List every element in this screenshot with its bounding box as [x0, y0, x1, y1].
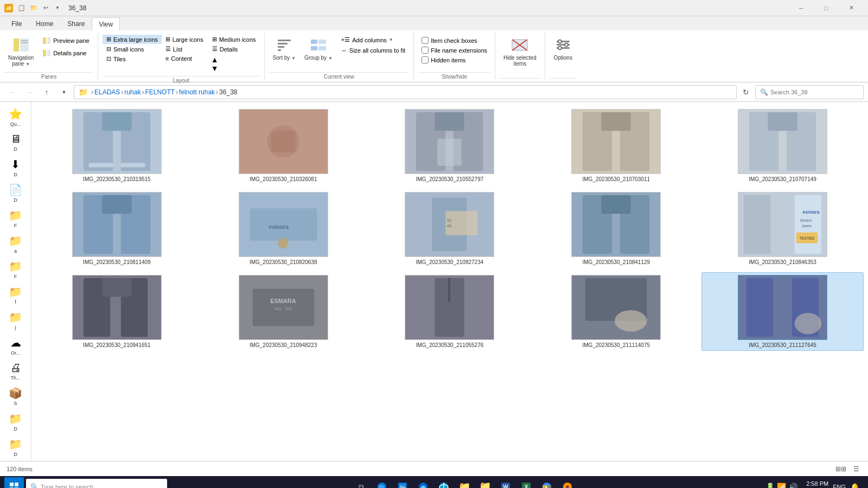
file-item-13[interactable]: IMG_20230530_211055276 — [369, 272, 531, 351]
layout-dropdown[interactable]: ▲▼ — [208, 54, 260, 74]
hidden-items-toggle[interactable]: Hidden items — [418, 55, 469, 65]
address-path[interactable]: 📁 › ELADAS › ruhak › FELNOTT › felnott r… — [74, 85, 737, 99]
content-button[interactable]: ≡ Content — [162, 54, 207, 63]
qat-new-folder[interactable]: 📁 — [28, 3, 39, 14]
minimize-button[interactable]: ─ — [789, 0, 814, 16]
tab-file[interactable]: File — [4, 17, 29, 30]
thumb-img-13 — [405, 275, 494, 339]
file-name-extensions-input[interactable] — [422, 47, 429, 54]
group-by-button[interactable]: Group by ▼ — [301, 34, 336, 63]
sidebar-item-a[interactable]: 📁 a — [2, 232, 29, 256]
taskbar-folder-icon[interactable]: 📁 — [455, 477, 474, 488]
taskbar-search[interactable]: 🔍 Type here to search — [26, 479, 167, 488]
file-item-5[interactable]: IMG_20230530_210707149 — [701, 106, 864, 185]
file-item-14[interactable]: IMG_20230530_211114075 — [535, 272, 697, 351]
taskbar-explorer-active[interactable]: 📁 — [475, 477, 495, 488]
file-item-15[interactable]: IMG_20230530_211127645 — [701, 272, 864, 351]
qat-undo[interactable]: ↩ — [40, 3, 51, 14]
sidebar-item-f3[interactable]: 📁 f — [2, 282, 29, 307]
item-checkboxes-input[interactable] — [422, 37, 429, 44]
taskbar-ie-icon[interactable] — [434, 477, 454, 488]
path-eladas[interactable]: ELADAS — [94, 88, 120, 96]
file-item-2[interactable]: IMG_20230530_210326081 — [202, 106, 365, 185]
tab-view[interactable]: View — [92, 17, 120, 31]
taskbar-outlook-icon[interactable]: Ou — [393, 477, 412, 488]
forward-button[interactable]: → — [22, 85, 37, 100]
path-felnott-ruhak[interactable]: felnott ruhak — [179, 88, 215, 96]
path-ruhak[interactable]: ruhak — [124, 88, 141, 96]
sidebar-item-d5[interactable]: 📁 D — [2, 435, 29, 460]
large-icons-button[interactable]: ⊞ Large icons — [162, 35, 207, 44]
sidebar-item-d6[interactable]: ⬇ D — [2, 460, 29, 461]
large-icons-view-toggle[interactable]: ⊞⊞ — [835, 464, 846, 474]
sidebar-item-j[interactable]: 📁 j — [2, 308, 29, 333]
navigation-pane-button[interactable]: Navigationpane ▼ — [4, 34, 37, 69]
tiles-button[interactable]: ⊡ Tiles — [103, 54, 162, 63]
sidebar-item-onedrive[interactable]: ☁ Or... — [2, 333, 29, 358]
details-button[interactable]: ☰ Details — [208, 44, 260, 54]
extra-large-icons-button[interactable]: ⊞ Extra large icons — [103, 35, 162, 44]
sidebar-item-f2[interactable]: 📁 F — [2, 257, 29, 282]
add-columns-button[interactable]: +☰ Add columns ▼ — [337, 35, 409, 45]
file-item-1[interactable]: IMG_20230530_210319515 — [36, 106, 198, 185]
start-button[interactable] — [4, 477, 24, 488]
current-view-content: Sort by ▼ Group by ▼ +☰ Add columns ▼ ↔ … — [269, 33, 410, 71]
options-button[interactable]: Options — [550, 34, 577, 63]
details-view-toggle[interactable]: ☰ — [851, 464, 861, 474]
back-button[interactable]: ← — [4, 85, 20, 100]
taskbar-task-view[interactable]: ⧉ — [352, 477, 371, 488]
sort-by-button[interactable]: Sort by ▼ — [269, 34, 299, 63]
sidebar-item-d3[interactable]: 📄 D — [2, 181, 29, 206]
d1-icon: 🖥 — [10, 133, 21, 145]
file-item-3[interactable]: IMG_20230530_210552797 — [369, 106, 531, 185]
taskbar-chrome-icon[interactable] — [537, 477, 557, 488]
sidebar-item-f1[interactable]: 📁 F — [2, 206, 29, 231]
file-item-12[interactable]: ESMARA 485 - 505 IMG_20230530_210948223 — [202, 272, 365, 351]
item-checkboxes-toggle[interactable]: Item check boxes — [418, 36, 481, 45]
app-icon: 📁 — [4, 4, 13, 12]
file-item-6[interactable]: IMG_20230530_210811409 — [36, 189, 198, 268]
sidebar-item-thispc[interactable]: 🖨 Th... — [2, 359, 29, 383]
recent-button[interactable]: ▼ — [56, 85, 72, 100]
size-all-button[interactable]: ↔ Size all columns to fit — [337, 46, 409, 55]
refresh-button[interactable]: ↻ — [739, 85, 753, 99]
up-button[interactable]: ↑ — [39, 85, 54, 100]
thispc-icon: 🖨 — [10, 362, 21, 374]
file-item-7[interactable]: esmara IMG_20230530_210820638 — [202, 189, 365, 268]
file-area[interactable]: IMG_20230530_210319515 IMG_20230530_2103… — [31, 102, 868, 461]
file-item-8[interactable]: 42 44 IMG_20230530_210827234 — [369, 189, 531, 268]
taskbar-word-icon[interactable]: W — [496, 477, 515, 488]
taskbar-firefox-icon[interactable] — [558, 477, 577, 488]
search-input[interactable] — [770, 89, 859, 95]
path-felnott[interactable]: FELNOTT — [145, 88, 175, 96]
details-pane-button[interactable]: Details pane — [39, 47, 93, 59]
sidebar-item-d4[interactable]: 📁 D — [2, 409, 29, 434]
small-icons-button[interactable]: ⊟ Small icons — [103, 44, 162, 54]
close-button[interactable]: ✕ — [839, 0, 864, 16]
speaker-icon: 🔊 — [788, 483, 797, 488]
file-item-4[interactable]: IMG_20230530_210703011 — [535, 106, 697, 185]
medium-icons-button[interactable]: ⊞ Medium icons — [208, 35, 260, 44]
sidebar-item-d1[interactable]: 🖥 D — [2, 130, 29, 155]
qat-dropdown[interactable]: ▼ — [52, 3, 63, 14]
tab-home[interactable]: Home — [29, 17, 60, 30]
sidebar-item-quick[interactable]: ⭐ Qu... — [2, 105, 29, 130]
taskbar-edge-icon[interactable] — [372, 477, 392, 488]
hidden-items-input[interactable] — [422, 56, 429, 63]
taskbar-excel-icon[interactable]: X — [516, 477, 536, 488]
list-button[interactable]: ☰ List — [162, 44, 207, 54]
sidebar-item-d2[interactable]: ⬇ D — [2, 155, 29, 180]
file-item-9[interactable]: IMG_20230530_210841129 — [535, 189, 697, 268]
taskbar-edge2-icon[interactable] — [413, 477, 433, 488]
sidebar-item-s[interactable]: 📦 S — [2, 384, 29, 409]
file-name-extensions-toggle[interactable]: File name extensions — [418, 46, 490, 55]
hide-selected-button[interactable]: Hide selecteditems — [500, 34, 540, 69]
tab-share[interactable]: Share — [60, 17, 92, 30]
preview-pane-button[interactable]: Preview pane — [39, 35, 93, 47]
file-item-11[interactable]: IMG_20230530_210941651 — [36, 272, 198, 351]
file-item-10[interactable]: esmara Stretch Jeans TESTED IMG_20230530… — [701, 189, 864, 268]
maximize-button[interactable]: □ — [814, 0, 839, 16]
qat-properties[interactable]: 📋 — [16, 3, 27, 14]
search-box[interactable]: 🔍 — [755, 85, 864, 99]
group-icon — [310, 36, 327, 54]
